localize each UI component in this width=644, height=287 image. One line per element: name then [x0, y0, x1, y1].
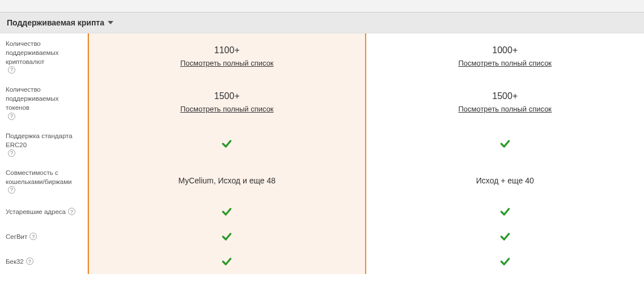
value: 1500+: [492, 91, 518, 101]
row-label: Поддержка стандарта ERC20 ?: [0, 126, 88, 162]
check-icon: [221, 231, 232, 242]
full-list-link[interactable]: Посмотреть полный список: [458, 105, 552, 113]
value-text: Исход + еще 40: [476, 176, 534, 185]
help-icon[interactable]: ?: [29, 233, 37, 240]
top-spacer: [0, 0, 644, 12]
row-label: Совместимость с кошельками/биржами ?: [0, 162, 88, 199]
col2-cell: 1000+ Посмотреть полный список: [366, 33, 645, 79]
col1-cell: 1500+ Посмотреть полный список: [88, 79, 366, 125]
check-icon: [221, 206, 232, 217]
label-text: СегВит: [6, 232, 27, 241]
full-list-link[interactable]: Посмотреть полный список: [458, 59, 552, 67]
row-label: Бек32 ?: [0, 249, 88, 274]
check-icon: [499, 231, 511, 242]
row-label: Устаревшие адреса ?: [0, 199, 88, 224]
col2-cell: [366, 199, 645, 224]
col2-cell: 1500+ Посмотреть полный список: [366, 79, 645, 125]
label-text: Количество поддерживаемых криптовалют: [6, 39, 83, 66]
label-text: Бек32: [6, 257, 24, 266]
col2-cell: [366, 249, 645, 274]
help-icon[interactable]: ?: [8, 66, 15, 74]
col1-cell: [88, 224, 366, 249]
label-text: Количество поддерживаемых токенов: [6, 85, 83, 112]
row-label: СегВит ?: [0, 224, 88, 249]
section-header[interactable]: Поддерживаемая крипта: [0, 12, 644, 33]
row-label: Количество поддерживаемых токенов ?: [0, 79, 88, 125]
section-title: Поддерживаемая крипта: [7, 18, 104, 27]
full-list-link[interactable]: Посмотреть полный список: [180, 59, 274, 67]
col1-cell: MyCelium, Исход и еще 48: [88, 162, 366, 199]
row-label: Количество поддерживаемых криптовалют ?: [0, 33, 88, 79]
check-icon: [499, 256, 511, 267]
check-icon: [221, 138, 232, 149]
comparison-table: Количество поддерживаемых криптовалют ? …: [0, 33, 644, 274]
col1-cell: 1100+ Посмотреть полный список: [88, 33, 366, 79]
check-icon: [499, 138, 511, 149]
col2-cell: Исход + еще 40: [366, 162, 645, 199]
col1-cell: [88, 249, 366, 274]
label-text: Совместимость с кошельками/биржами: [6, 168, 83, 186]
help-icon[interactable]: ?: [8, 149, 15, 157]
col2-cell: [366, 224, 645, 249]
value: 1100+: [214, 45, 240, 55]
help-icon[interactable]: ?: [26, 258, 33, 265]
help-icon[interactable]: ?: [8, 113, 15, 120]
value: 1500+: [214, 91, 240, 101]
check-icon: [221, 256, 232, 267]
full-list-link[interactable]: Посмотреть полный список: [180, 105, 274, 113]
col1-cell: [88, 126, 366, 162]
label-text: Поддержка стандарта ERC20: [6, 131, 83, 149]
chevron-down-icon: [108, 21, 113, 24]
help-icon[interactable]: ?: [8, 186, 15, 194]
value-text: MyCelium, Исход и еще 48: [178, 176, 276, 185]
col2-cell: [366, 126, 645, 162]
help-icon[interactable]: ?: [68, 208, 75, 215]
col1-cell: [88, 199, 366, 224]
check-icon: [499, 206, 511, 217]
value: 1000+: [492, 45, 518, 55]
label-text: Устаревшие адреса: [6, 207, 66, 216]
